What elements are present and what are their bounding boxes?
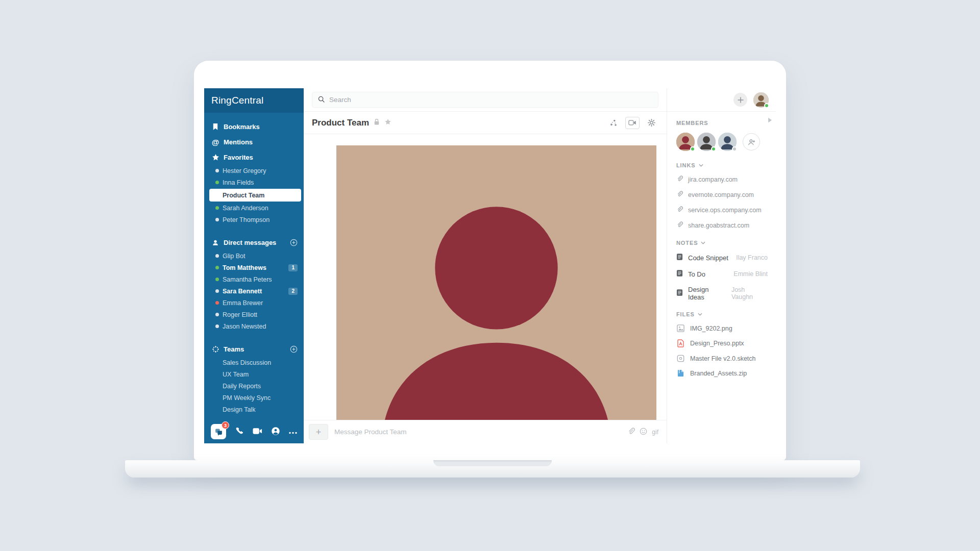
paperclip-icon bbox=[676, 206, 683, 214]
gif-picker-button[interactable]: gif bbox=[652, 429, 658, 436]
conversation-panel: Product Team bbox=[304, 88, 667, 443]
sidebar-item-team[interactable]: Sales Discussion bbox=[204, 357, 304, 368]
sidebar-item-person[interactable]: Peter Thompson bbox=[204, 214, 304, 226]
sidebar-section-direct-messages[interactable]: Direct messages bbox=[204, 235, 304, 250]
notes-section-header[interactable]: NOTES bbox=[676, 240, 768, 246]
file-item[interactable]: Master File v2.0.sketch bbox=[676, 355, 768, 362]
avatar[interactable] bbox=[336, 145, 656, 420]
mention-at-icon: @ bbox=[211, 138, 219, 146]
sidebar-item-person[interactable]: Samantha Peters bbox=[204, 273, 304, 285]
presence-dot bbox=[215, 324, 219, 328]
files-section: FILES IMG_9202.png Design_Preso.pptx bbox=[676, 311, 768, 377]
presence-dot bbox=[215, 278, 219, 281]
note-icon bbox=[676, 269, 683, 279]
note-item[interactable]: Design Ideas Josh Vaughn bbox=[676, 286, 768, 301]
search-icon bbox=[317, 95, 325, 105]
brand-logo: RingCentral bbox=[204, 88, 304, 113]
sketch-file-icon bbox=[676, 355, 685, 362]
sidebar-section-favorites[interactable]: Favorites bbox=[204, 149, 304, 165]
sidebar-item-person[interactable]: Hester Gregory bbox=[204, 165, 304, 177]
links-section-header[interactable]: LINKS bbox=[676, 162, 768, 168]
collapse-panel-arrow-icon[interactable] bbox=[768, 117, 772, 124]
presence-dot bbox=[215, 206, 219, 210]
sidebar-item-person-unread[interactable]: Tom Matthews 1 bbox=[204, 262, 304, 273]
sidebar-bottom-toolbar: 3 bbox=[204, 420, 304, 443]
brand-name: RingCentral bbox=[211, 95, 264, 106]
attach-paperclip-icon[interactable] bbox=[627, 428, 635, 437]
links-section: LINKS jira.company.com evernote.company.… bbox=[676, 162, 768, 230]
video-call-icon[interactable] bbox=[253, 428, 262, 436]
attach-plus-button[interactable]: + bbox=[309, 424, 328, 440]
link-item[interactable]: jira.company.com bbox=[676, 176, 768, 184]
sidebar-item-person[interactable]: Inna Fields bbox=[204, 177, 304, 188]
note-icon bbox=[676, 253, 683, 262]
presence-dot bbox=[690, 146, 695, 152]
settings-gear-icon[interactable] bbox=[644, 117, 658, 129]
presence-dot bbox=[711, 146, 716, 152]
presence-dot bbox=[764, 103, 769, 108]
unread-count-badge: 2 bbox=[288, 288, 298, 295]
more-options-icon[interactable] bbox=[289, 428, 297, 436]
new-action-plus-button[interactable] bbox=[733, 93, 747, 107]
add-team-button[interactable] bbox=[290, 345, 298, 353]
paperclip-icon bbox=[676, 176, 683, 184]
note-icon bbox=[676, 289, 683, 298]
note-item[interactable]: Code Snippet Ilay Franco bbox=[676, 253, 768, 262]
message: Sara Bennett shared files P Presentation… bbox=[314, 134, 656, 420]
messages-tab-button[interactable]: 3 bbox=[211, 424, 226, 439]
sidebar-item-person[interactable]: Emma Brewer bbox=[204, 297, 304, 309]
sidebar-item-person[interactable]: Glip Bot bbox=[204, 250, 304, 262]
link-item[interactable]: evernote.company.com bbox=[676, 191, 768, 199]
message-input[interactable] bbox=[334, 428, 621, 436]
chat-header: Product Team bbox=[304, 112, 667, 134]
contact-profile-icon[interactable] bbox=[271, 427, 280, 437]
sidebar-item-team[interactable]: Design Talk bbox=[204, 404, 304, 415]
notes-section: NOTES Code Snippet Ilay Franco To Do Emm… bbox=[676, 240, 768, 301]
sidebar-item-bookmarks[interactable]: Bookmarks bbox=[204, 119, 304, 134]
sidebar-item-product-team-selected[interactable]: Product Team bbox=[209, 189, 301, 202]
members-avatars-row bbox=[676, 133, 768, 151]
search-box[interactable] bbox=[312, 92, 658, 108]
pptx-file-icon bbox=[676, 339, 685, 347]
sidebar-item-person[interactable]: Roger Elliott bbox=[204, 309, 304, 320]
sidebar-item-person[interactable]: Sarah Anderson bbox=[204, 202, 304, 214]
laptop-screen: RingCentral Bookmarks @ Mentions bbox=[194, 61, 786, 460]
presence-dot bbox=[215, 254, 219, 258]
favorite-star-icon[interactable] bbox=[384, 118, 391, 127]
files-section-header[interactable]: FILES bbox=[676, 311, 768, 317]
add-direct-message-button[interactable] bbox=[290, 239, 298, 246]
lock-icon bbox=[374, 118, 380, 127]
emoji-picker-icon[interactable] bbox=[640, 428, 647, 437]
sidebar-section-teams[interactable]: Teams bbox=[204, 341, 304, 357]
presence-dot bbox=[215, 289, 219, 293]
link-item[interactable]: service.ops.company.com bbox=[676, 206, 768, 214]
laptop-base bbox=[125, 460, 860, 478]
file-item[interactable]: Design_Preso.pptx bbox=[676, 339, 768, 347]
current-user-avatar[interactable] bbox=[753, 92, 769, 108]
sidebar-item-mentions[interactable]: @ Mentions bbox=[204, 134, 304, 149]
message-list: Sara Bennett shared files P Presentation… bbox=[304, 134, 667, 420]
sidebar-item-person-unread[interactable]: Sara Bennett 2 bbox=[204, 285, 304, 297]
member-avatar[interactable] bbox=[718, 133, 737, 151]
unread-count-badge: 1 bbox=[288, 264, 298, 271]
presence-dot bbox=[215, 313, 219, 316]
conference-icon[interactable] bbox=[606, 117, 621, 129]
member-avatar[interactable] bbox=[697, 133, 716, 151]
sidebar-item-person[interactable]: Jason Newsted bbox=[204, 320, 304, 332]
note-item[interactable]: To Do Emmie Blint bbox=[676, 269, 768, 279]
member-avatar[interactable] bbox=[676, 133, 695, 151]
person-icon bbox=[211, 238, 219, 246]
sidebar-item-team[interactable]: UX Team bbox=[204, 368, 304, 380]
start-video-call-button[interactable] bbox=[625, 117, 640, 129]
chevron-down-icon bbox=[701, 241, 705, 244]
file-item[interactable]: Branded_Assets.zip bbox=[676, 369, 768, 377]
sidebar-item-team[interactable]: Daily Reports bbox=[204, 380, 304, 392]
teams-dots-icon bbox=[211, 345, 219, 353]
phone-icon[interactable] bbox=[235, 427, 243, 437]
link-item[interactable]: share.goabstract.com bbox=[676, 221, 768, 230]
laptop-notch bbox=[433, 460, 552, 466]
file-item[interactable]: IMG_9202.png bbox=[676, 324, 768, 332]
add-member-button[interactable] bbox=[743, 133, 760, 151]
search-input[interactable] bbox=[329, 96, 653, 104]
sidebar-item-team[interactable]: PM Weekly Sync bbox=[204, 392, 304, 404]
